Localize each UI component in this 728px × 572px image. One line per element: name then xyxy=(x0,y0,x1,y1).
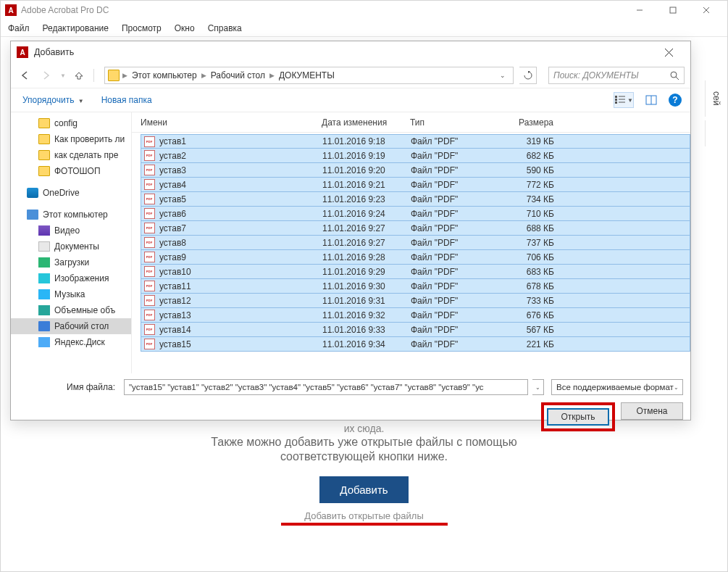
chevron-icon[interactable]: ▶ xyxy=(268,72,276,79)
file-row[interactable]: устав611.01.2016 9:24Файл "PDF"710 КБ xyxy=(141,207,690,221)
breadcrumb-thispc[interactable]: Этот компьютер xyxy=(129,70,200,80)
dialog-footer: Имя файла: "устав15" "устав1" "устав2" "… xyxy=(11,373,690,439)
tree-item-photoshop[interactable]: ФОТОШОП xyxy=(11,163,131,179)
file-size: 676 КБ xyxy=(496,310,561,320)
tree-item-config[interactable]: config xyxy=(11,115,131,131)
tree-item-howcheck[interactable]: Как проверить ли xyxy=(11,131,131,147)
nav-back-button[interactable] xyxy=(17,67,33,83)
menu-window[interactable]: Окно xyxy=(173,22,196,35)
file-row[interactable]: устав211.01.2016 9:19Файл "PDF"682 КБ xyxy=(141,149,690,163)
file-date: 11.01.2016 9:34 xyxy=(322,339,411,349)
search-icon[interactable] xyxy=(670,71,679,80)
dialog-titlebar[interactable]: A Добавить xyxy=(11,41,690,63)
breadcrumb-desktop[interactable]: Рабочий стол xyxy=(208,70,268,80)
tree-item-yandex[interactable]: Яндекс.Диск xyxy=(11,334,131,350)
menu-edit[interactable]: Редактирование xyxy=(41,22,110,35)
file-row[interactable]: устав111.01.2016 9:18Файл "PDF"319 КБ xyxy=(141,134,690,149)
file-row[interactable]: устав411.01.2016 9:21Файл "PDF"772 КБ xyxy=(141,178,690,192)
chevron-icon[interactable]: ▶ xyxy=(200,72,208,79)
file-size: 734 КБ xyxy=(496,194,561,204)
file-row[interactable]: устав1211.01.2016 9:31Файл "PDF"733 КБ xyxy=(141,294,690,308)
file-row[interactable]: устав1111.01.2016 9:30Файл "PDF"678 КБ xyxy=(141,279,690,294)
file-date: 11.01.2016 9:29 xyxy=(322,267,411,277)
filename-input[interactable]: "устав15" "устав1" "устав2" "устав3" "ус… xyxy=(124,379,528,395)
file-row[interactable]: устав511.01.2016 9:23Файл "PDF"734 КБ xyxy=(141,192,690,207)
file-row[interactable]: устав311.01.2016 9:20Файл "PDF"590 КБ xyxy=(141,163,690,178)
tree-item-howmake[interactable]: как сделать пре xyxy=(11,147,131,163)
file-date: 11.01.2016 9:32 xyxy=(322,310,411,320)
file-row[interactable]: устав1311.01.2016 9:32Файл "PDF"676 КБ xyxy=(141,308,690,323)
filename-history-dropdown[interactable]: ⌄ xyxy=(532,379,544,395)
chevron-icon[interactable]: ▶ xyxy=(121,72,129,79)
preview-pane-button[interactable] xyxy=(641,92,661,108)
breadcrumb-bar[interactable]: ▶ Этот компьютер ▶ Рабочий стол ▶ ДОКУМЕ… xyxy=(104,67,514,84)
dialog-body: config Как проверить ли как сделать пре … xyxy=(11,112,690,373)
tree-item-desktop[interactable]: Рабочий стол xyxy=(11,318,131,334)
cancel-button[interactable]: Отмена xyxy=(621,402,683,420)
tree-item-documents[interactable]: Документы xyxy=(11,239,131,254)
refresh-button[interactable] xyxy=(519,67,537,84)
col-date[interactable]: Дата изменения xyxy=(322,117,410,128)
menu-view[interactable]: Просмотр xyxy=(120,22,163,35)
filetype-filter[interactable]: Все поддерживаемые формат⌄ xyxy=(551,379,683,395)
new-folder-button[interactable]: Новая папка xyxy=(99,94,155,107)
open-button[interactable]: Открыть xyxy=(547,408,609,426)
desktop-icon xyxy=(38,321,50,331)
breadcrumb-documents[interactable]: ДОКУМЕНТЫ xyxy=(276,70,338,80)
file-row[interactable]: устав1511.01.2016 9:34Файл "PDF"221 КБ xyxy=(141,337,690,352)
music-icon xyxy=(38,289,50,299)
3d-icon xyxy=(38,305,50,315)
nav-history-dropdown[interactable]: ▼ xyxy=(60,72,66,79)
menu-help[interactable]: Справка xyxy=(206,22,243,35)
nav-forward-button[interactable] xyxy=(38,67,54,83)
menu-file[interactable]: Файл xyxy=(7,22,31,35)
tree-item-thispc[interactable]: Этот компьютер xyxy=(11,207,131,223)
view-mode-button[interactable]: ▼ xyxy=(614,92,634,108)
images-icon xyxy=(38,273,50,283)
file-type: Файл "PDF" xyxy=(411,151,496,161)
file-row[interactable]: устав911.01.2016 9:28Файл "PDF"706 КБ xyxy=(141,250,690,265)
svg-rect-10 xyxy=(615,101,617,104)
search-input[interactable]: Поиск: ДОКУМЕНТЫ xyxy=(548,67,685,84)
tree-item-music[interactable]: Музыка xyxy=(11,286,131,302)
help-button[interactable]: ? xyxy=(669,94,682,107)
col-size[interactable]: Размера xyxy=(495,117,561,128)
add-files-button[interactable]: Добавить xyxy=(319,476,408,503)
organize-menu[interactable]: Упорядочить ▼ xyxy=(20,94,87,107)
maximize-button[interactable] xyxy=(656,1,690,20)
tree-item-downloads[interactable]: Загрузки xyxy=(11,254,131,270)
file-row[interactable]: устав1411.01.2016 9:33Файл "PDF"567 КБ xyxy=(141,323,690,337)
pc-icon xyxy=(27,210,38,220)
file-size: 590 КБ xyxy=(496,165,561,175)
file-name: устав2 xyxy=(159,151,186,161)
pdf-icon xyxy=(144,165,155,175)
path-dropdown-button[interactable]: ⌄ xyxy=(495,72,510,79)
dialog-nav-bar: ▼ ▶ Этот компьютер ▶ Рабочий стол ▶ ДОКУ… xyxy=(11,63,690,88)
file-date: 11.01.2016 9:21 xyxy=(322,180,411,190)
close-button[interactable] xyxy=(690,1,723,20)
file-type: Файл "PDF" xyxy=(411,296,496,306)
file-row[interactable]: устав711.01.2016 9:27Файл "PDF"688 КБ xyxy=(141,221,690,236)
file-type: Файл "PDF" xyxy=(411,339,496,349)
folder-tree: config Как проверить ли как сделать пре … xyxy=(11,112,132,373)
file-name: устав8 xyxy=(159,238,186,248)
tree-item-volumes[interactable]: Объемные объ xyxy=(11,302,131,318)
tree-item-video[interactable]: Видео xyxy=(11,223,131,239)
file-type: Файл "PDF" xyxy=(411,238,496,248)
dialog-close-button[interactable] xyxy=(653,41,685,63)
col-type[interactable]: Тип xyxy=(410,117,495,128)
right-panel-tab[interactable]: сей xyxy=(705,80,727,117)
tree-item-onedrive[interactable]: OneDrive xyxy=(11,185,131,201)
pdf-icon xyxy=(144,136,155,147)
file-type: Файл "PDF" xyxy=(411,180,496,190)
file-row[interactable]: устав1011.01.2016 9:29Файл "PDF"683 КБ xyxy=(141,265,690,279)
col-name[interactable]: Имени xyxy=(141,117,322,128)
svg-line-7 xyxy=(676,77,679,80)
add-open-files-link[interactable]: Добавить открытые файлы xyxy=(1,510,727,521)
dialog-title-text: Добавить xyxy=(34,47,74,57)
minimize-button[interactable] xyxy=(623,1,656,20)
file-type: Файл "PDF" xyxy=(411,310,496,320)
file-row[interactable]: устав811.01.2016 9:27Файл "PDF"737 КБ xyxy=(141,236,690,250)
tree-item-images[interactable]: Изображения xyxy=(11,270,131,286)
nav-up-button[interactable] xyxy=(72,68,86,83)
